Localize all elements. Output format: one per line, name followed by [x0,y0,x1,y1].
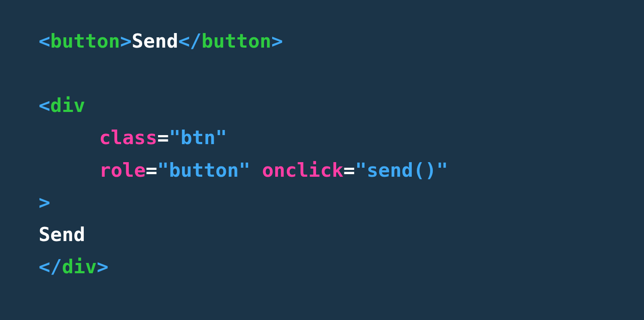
quote: " [355,159,367,181]
quote: " [157,159,169,181]
angle-bracket: > [271,30,283,52]
attr-name: class [99,126,157,149]
tag-name: button [50,30,120,52]
code-line: class="btn" [39,126,227,149]
equals: = [146,159,157,181]
code-line: </div> [39,255,109,278]
quote: " [169,126,180,149]
angle-bracket: > [120,30,132,52]
quote: " [216,126,227,149]
attr-name: onclick [262,159,343,181]
slash: / [50,255,62,278]
code-line: role="button" onclick="send()" [39,159,448,181]
tag-name: button [201,30,271,52]
space [250,159,262,181]
attr-value: btn [181,126,216,149]
angle-bracket: > [39,191,50,214]
text-content: Send [132,30,178,52]
angle-bracket: < [39,30,50,52]
angle-bracket: < [178,30,190,52]
code-line: Send [39,223,85,246]
angle-bracket: > [97,255,108,278]
attr-value: send() [367,159,437,181]
tag-name: div [50,94,85,117]
tag-name: div [62,255,97,278]
code-block: <button>Send</button> <div class="btn" r… [0,0,644,308]
equals: = [343,159,355,181]
angle-bracket: < [39,94,50,117]
text-content: Send [39,223,85,246]
attr-name: role [99,159,146,181]
quote: " [437,159,448,181]
quote: " [239,159,250,181]
angle-bracket: < [39,255,50,278]
code-line: <button>Send</button> [39,30,283,52]
code-line: > [39,191,50,214]
slash: / [190,30,201,52]
equals: = [157,126,169,149]
code-line: <div [39,94,85,117]
attr-value: button [169,159,239,181]
